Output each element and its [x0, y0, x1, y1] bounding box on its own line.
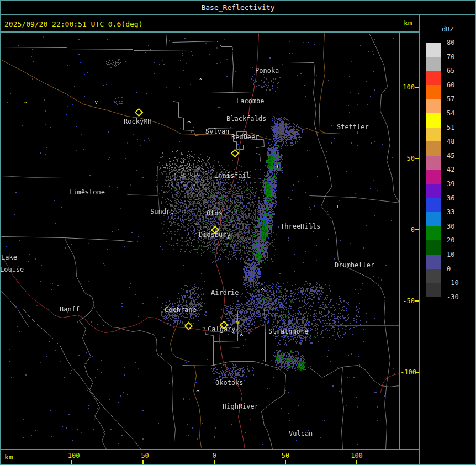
point-marker-icon: ^ — [213, 248, 216, 254]
colorbar-title: dBZ — [442, 25, 454, 33]
y-axis-unit-label: km — [404, 19, 412, 27]
city-label: Cochrane — [165, 306, 197, 314]
colorbar-level-label: 80 — [447, 39, 454, 46]
colorbar-level-label: -30 — [447, 293, 459, 301]
radar-map-canvas[interactable] — [1, 33, 399, 449]
colorbar-swatch — [426, 283, 441, 297]
colorbar-level-label: 30 — [447, 223, 454, 230]
colorbar-swatch — [426, 99, 441, 113]
colorbar-level-label: 54 — [447, 109, 454, 117]
x-tick-label: -50 — [137, 452, 149, 459]
city-label: Ponoka — [255, 67, 279, 75]
title-bar: Base_Reflectivity — [0, 0, 476, 14]
divider-under-info — [1, 31, 419, 33]
point-marker-icon: v — [94, 99, 98, 105]
radar-map-area: PonokaLacombeBlackfaldsSylvanRedDeerStet… — [1, 33, 399, 449]
colorbar-swatch — [426, 71, 441, 85]
city-label: Strathmore — [268, 327, 308, 335]
city-label: Sylvan — [205, 128, 229, 135]
colorbar-swatch — [426, 269, 441, 283]
point-marker-icon: ^ — [199, 78, 203, 84]
colorbar-swatch — [426, 57, 441, 71]
map-bottom-border — [1, 449, 419, 450]
city-label: Sundre — [150, 208, 174, 215]
colorbar-panel: dBZ 807065605754514845423936333020100-10… — [420, 15, 475, 464]
y-tick-mark — [415, 87, 419, 88]
y-tick-label: -50 — [400, 297, 415, 305]
colorbar-left-border — [419, 15, 420, 464]
colorbar-level-label: 42 — [447, 166, 454, 173]
y-tick-label: 50 — [400, 155, 415, 162]
colorbar-level-label: 70 — [447, 53, 454, 61]
city-label: Louise — [0, 266, 24, 273]
colorbar-swatch — [426, 141, 441, 156]
timestamp-label: 2025/09/20 22:00:51 UTC 0.6(deg) — [4, 20, 142, 28]
y-tick-mark — [415, 158, 419, 159]
city-label: Innisfail — [214, 172, 250, 179]
city-label: Drumheller — [335, 261, 374, 269]
city-label: Banff — [60, 305, 80, 313]
city-label: Limestone — [69, 188, 105, 196]
x-tick-label: -100 — [64, 452, 80, 459]
point-marker-icon: * — [81, 188, 85, 194]
colorbar-level-label: -10 — [447, 279, 459, 287]
radar-app-window: Base_Reflectivity 2025/09/20 22:00:51 UT… — [0, 0, 476, 465]
colorbar-level-label: 39 — [447, 180, 454, 188]
city-label: Okotoks — [215, 379, 244, 387]
x-tick-mark — [356, 460, 357, 464]
city-label: Blackfalds — [226, 115, 266, 123]
point-marker-icon: ^ — [196, 389, 200, 395]
city-label: Lake — [1, 253, 17, 261]
x-tick-mark — [142, 460, 144, 464]
colorbar-swatch — [426, 113, 441, 128]
colorbar-swatch — [426, 240, 441, 255]
x-tick-mark — [214, 460, 215, 464]
point-marker-icon: ^ — [24, 101, 28, 107]
point-marker-icon: * — [276, 165, 279, 171]
y-tick-label: 0 — [400, 226, 415, 234]
city-label: Lacombe — [236, 97, 265, 105]
colorbar-level-label: 45 — [447, 152, 454, 160]
colorbar-level-label: 20 — [447, 236, 454, 244]
colorbar-level-label: 57 — [447, 95, 454, 103]
y-axis: 100500-50-100 — [400, 33, 419, 449]
city-label: Vulcan — [289, 430, 313, 437]
y-tick-mark — [415, 229, 419, 230]
colorbar-swatch — [426, 212, 441, 226]
point-marker-icon: + — [336, 204, 340, 210]
x-tick-mark — [71, 460, 72, 464]
point-marker-icon: ^ — [218, 106, 221, 112]
y-tick-label: -100 — [400, 368, 415, 376]
colorbar-level-label: 10 — [447, 251, 454, 258]
colorbar-level-label: 33 — [447, 208, 454, 216]
colorbar-swatch — [426, 184, 441, 198]
city-label: RockyMH — [124, 118, 152, 125]
colorbar-swatch — [426, 170, 441, 184]
point-marker-icon: + — [195, 220, 199, 226]
y-tick-label: 100 — [400, 83, 415, 91]
city-label: ThreeHills — [281, 223, 320, 230]
colorbar-level-label: 65 — [447, 67, 454, 75]
colorbar-level-label: 36 — [447, 194, 454, 202]
x-axis-unit-label: km — [4, 453, 13, 461]
x-axis: km -100-50050100 — [1, 450, 419, 464]
colorbar-level-label: 60 — [447, 81, 454, 89]
colorbar-swatch — [426, 85, 441, 99]
point-marker-icon: ^ — [187, 120, 191, 126]
y-tick-mark — [415, 300, 419, 302]
colorbar-swatch — [426, 255, 441, 269]
x-tick-label: 0 — [212, 452, 216, 459]
colorbar-level-label: 0 — [447, 265, 451, 273]
colorbar-swatch — [426, 226, 441, 241]
city-label: Olds — [207, 209, 223, 217]
window-border-left — [0, 0, 1, 465]
x-tick-mark — [285, 460, 286, 464]
x-tick-label: 100 — [351, 452, 363, 459]
point-marker-icon: ^ — [261, 288, 265, 294]
y-tick-mark — [415, 372, 419, 373]
colorbar-level-label: 48 — [447, 138, 454, 145]
colorbar-level-label: 51 — [447, 124, 454, 131]
colorbar-swatch — [426, 43, 441, 57]
city-label: RedDeer — [231, 133, 260, 141]
window-border-top — [0, 0, 476, 1]
